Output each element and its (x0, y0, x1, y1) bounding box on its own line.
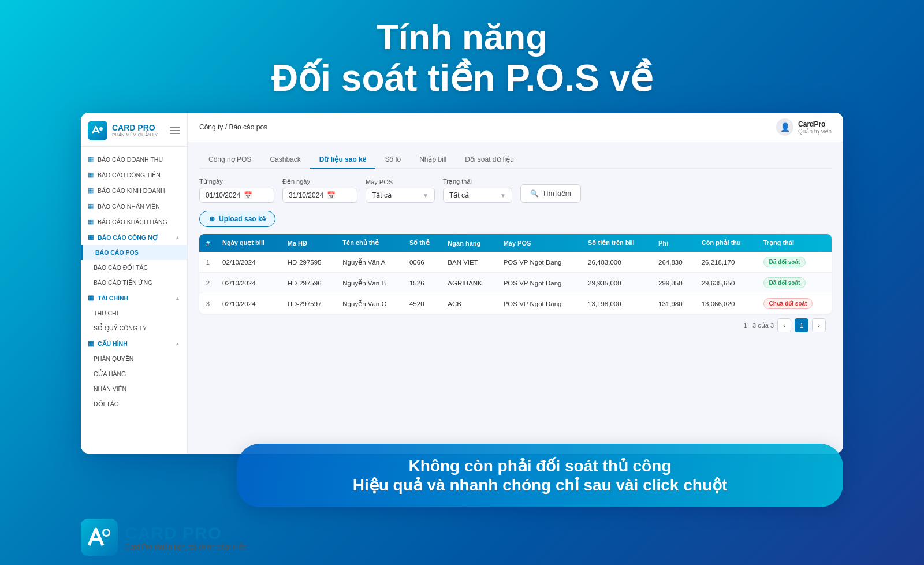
col-no: # (199, 234, 217, 252)
grid-icon: ▦ (88, 218, 94, 225)
col-card: Số thẻ (404, 234, 442, 252)
sidebar-item-advance-report[interactable]: BÁO CÁO TIỀN ỨNG (81, 275, 187, 290)
table-header-row: # Ngày quẹt bill Mã HĐ Tên chủ thẻ Số th… (199, 234, 832, 252)
calendar-icon: 📅 (327, 191, 336, 199)
footer-logo: CARD PRO Card Pro thuận tiện, tài chính … (81, 519, 246, 556)
footer-brand: CARD PRO (125, 523, 246, 543)
grid-icon: ▦ (88, 155, 94, 163)
upload-icon: ⊕ (209, 215, 215, 223)
sidebar-item-cashflow[interactable]: ▦ BÁO CÁO DÒNG TIỀN (81, 167, 187, 183)
sidebar-item-fund[interactable]: SỔ QUỸ CÔNG TY (81, 321, 187, 336)
tab-doi-soat-du-lieu[interactable]: Đối soát dữ liệu (456, 151, 523, 169)
grid-icon: ▦ (88, 294, 94, 302)
next-page-button[interactable]: › (812, 318, 826, 332)
table-row[interactable]: 1 02/10/2024 HD-297595 Nguyễn Văn A 0066… (199, 252, 832, 273)
pos-select[interactable]: Tất cả ▼ (366, 188, 435, 203)
col-fee: Phí (653, 234, 696, 252)
calendar-icon: 📅 (244, 191, 252, 199)
to-date-group: Đến ngày 31/10/2024 📅 (282, 178, 357, 203)
main-content: Công ty / Báo cáo pos 👤 CardPro Quản trị… (188, 113, 843, 454)
footer-logo-text: CARD PRO Card Pro thuận tiện, tài chính … (125, 523, 246, 551)
hero-line2: Đối soát tiền P.O.S về (0, 57, 924, 100)
sidebar: CARD PRO PHẦN MỀM QUẢN LÝ ▦ BÁO CÁO DOAN… (81, 113, 188, 454)
svg-point-4 (104, 530, 109, 535)
user-info: 👤 CardPro Quản trị viên (776, 118, 832, 136)
tabs-bar: Công nợ POS Cashback Dữ liệu sao kê Số l… (199, 151, 832, 169)
sidebar-item-pos-report[interactable]: BÁO CÁO POS (81, 245, 187, 260)
logo-brand: CARD PRO (112, 124, 158, 132)
footer-tagline: Card Pro thuận tiện, tài chính phát triể… (125, 543, 246, 551)
sidebar-nav: ▦ BÁO CÁO DOANH THU ▦ BÁO CÁO DÒNG TIỀN … (81, 147, 187, 454)
tab-du-lieu-sao-ke[interactable]: Dữ liệu sao kê (310, 151, 376, 169)
user-name: CardPro (798, 120, 832, 128)
app-window: CARD PRO PHẦN MỀM QUẢN LÝ ▦ BÁO CÁO DOAN… (81, 113, 843, 454)
pagination: 1 - 3 của 3 ‹ 1 › (199, 314, 832, 334)
search-icon: 🔍 (530, 189, 539, 198)
content-area: Công nợ POS Cashback Dữ liệu sao kê Số l… (188, 142, 843, 454)
col-status: Trạng thái (758, 234, 832, 252)
col-remain: Còn phải thu (696, 234, 758, 252)
tab-cong-no-pos[interactable]: Công nợ POS (199, 151, 260, 169)
tab-cashback[interactable]: Cashback (260, 151, 310, 169)
user-role: Quản trị viên (798, 128, 832, 135)
status-group: Trạng thái Tất cả ▼ (443, 178, 512, 203)
sidebar-item-config[interactable]: ▦ CẤU HÌNH ▲ (81, 336, 187, 351)
to-date-value: 31/10/2024 (289, 191, 323, 199)
cardpro-logo-icon (88, 121, 107, 140)
logo-tagline: PHẦN MỀM QUẢN LÝ (112, 132, 158, 137)
sidebar-logo: CARD PRO PHẦN MỀM QUẢN LÝ (81, 113, 187, 147)
sidebar-item-employee[interactable]: NHÂN VIÊN (81, 381, 187, 396)
chevron-up-icon: ▲ (175, 235, 180, 240)
prev-page-button[interactable]: ‹ (777, 318, 791, 332)
sidebar-item-staff[interactable]: ▦ BÁO CÁO NHÂN VIÊN (81, 198, 187, 214)
upload-button[interactable]: ⊕ Upload sao kê (199, 211, 275, 227)
sidebar-item-customer[interactable]: ▦ BÁO CÁO KHÁCH HÀNG (81, 214, 187, 229)
status-select[interactable]: Tất cả ▼ (443, 188, 512, 203)
grid-icon: ▦ (88, 233, 94, 241)
footer-logo-icon (81, 519, 118, 556)
status-label: Trạng thái (443, 178, 512, 185)
banner-line1: Không còn phải đối soát thủ công (260, 456, 820, 475)
sidebar-item-debt[interactable]: ▦ BÁO CÁO CÔNG NỢ ▲ (81, 229, 187, 245)
col-date: Ngày quẹt bill (217, 234, 282, 252)
filters-row: Từ ngày 01/10/2024 📅 Đến ngày 31/10/2024… (199, 178, 832, 203)
from-date-group: Từ ngày 01/10/2024 📅 (199, 178, 274, 203)
topbar: Công ty / Báo cáo pos 👤 CardPro Quản trị… (188, 113, 843, 142)
hamburger-menu[interactable] (170, 127, 180, 134)
sidebar-item-partner[interactable]: ĐỐI TÁC (81, 396, 187, 411)
sidebar-item-income-expense[interactable]: THU CHI (81, 306, 187, 321)
sidebar-item-business[interactable]: ▦ BÁO CÁO KINH DOANH (81, 183, 187, 198)
hero-line1: Tính năng (0, 16, 924, 57)
sidebar-item-partner-report[interactable]: BÁO CÁO ĐỐI TÁC (81, 260, 187, 275)
sidebar-item-finance[interactable]: ▦ TÀI CHÍNH ▲ (81, 290, 187, 306)
from-date-label: Từ ngày (199, 178, 274, 185)
search-button[interactable]: 🔍 Tìm kiếm (520, 184, 581, 203)
grid-icon: ▦ (88, 202, 94, 210)
grid-icon: ▦ (88, 340, 94, 347)
bottom-banner: Không còn phải đối soát thủ công Hiệu qu… (237, 444, 843, 507)
chevron-down-icon: ▼ (423, 192, 429, 199)
tab-so-lo[interactable]: Số lô (375, 151, 410, 169)
pagination-info: 1 - 3 của 3 (743, 322, 774, 329)
table-row[interactable]: 2 02/10/2024 HD-297596 Nguyễn Văn B 1526… (199, 273, 832, 293)
col-pos: Máy POS (498, 234, 582, 252)
sidebar-item-permissions[interactable]: PHÂN QUYỀN (81, 351, 187, 366)
chevron-up-icon: ▲ (175, 341, 180, 347)
sidebar-item-store[interactable]: CỬA HÀNG (81, 366, 187, 381)
from-date-input[interactable]: 01/10/2024 📅 (199, 188, 274, 203)
table-row[interactable]: 3 02/10/2024 HD-297597 Nguyễn Văn C 4520… (199, 293, 832, 314)
grid-icon: ▦ (88, 187, 94, 194)
sidebar-item-revenue[interactable]: ▦ BÁO CÁO DOANH THU (81, 151, 187, 167)
col-bank: Ngân hàng (442, 234, 497, 252)
pos-label: Máy POS (366, 179, 435, 185)
tab-nhap-bill[interactable]: Nhập bill (410, 151, 456, 169)
page-1-button[interactable]: 1 (795, 318, 808, 332)
to-date-label: Đến ngày (282, 178, 357, 185)
grid-icon: ▦ (88, 171, 94, 179)
data-table: # Ngày quẹt bill Mã HĐ Tên chủ thẻ Số th… (199, 234, 832, 314)
from-date-value: 01/10/2024 (206, 191, 240, 199)
pos-group: Máy POS Tất cả ▼ (366, 179, 435, 203)
avatar: 👤 (776, 118, 793, 136)
to-date-input[interactable]: 31/10/2024 📅 (282, 188, 357, 203)
col-amount: Số tiền trên bill (582, 234, 653, 252)
